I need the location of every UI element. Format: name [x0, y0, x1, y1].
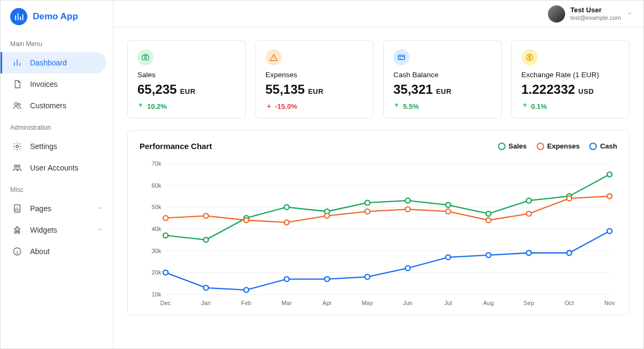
svg-point-56: [445, 209, 450, 214]
stat-card-fx: Exchange Rate (1 EUR)1.222332USD0.1%: [511, 40, 630, 118]
svg-text:Aug: Aug: [483, 300, 494, 306]
performance-chart: 10k20k30k40k50k60k70kDecJanFebMarAprMayJ…: [140, 158, 617, 308]
svg-rect-9: [398, 55, 405, 60]
svg-text:60k: 60k: [152, 182, 162, 189]
arrow-down-icon: [266, 102, 272, 110]
svg-point-71: [567, 250, 572, 255]
svg-point-65: [325, 277, 330, 281]
sidebar-item-dashboard[interactable]: Dashboard: [1, 52, 106, 73]
sidebar-item-widgets[interactable]: Widgets: [1, 219, 113, 241]
users-group-icon: [12, 162, 23, 173]
svg-point-3: [14, 165, 17, 168]
sidebar-section-label: Administration: [1, 116, 113, 136]
stat-unit: EUR: [436, 87, 451, 95]
info-icon: [12, 246, 23, 257]
svg-point-57: [486, 218, 491, 222]
avatar: [548, 5, 565, 23]
sidebar-section-label: Misc: [1, 179, 113, 198]
svg-point-8: [144, 57, 146, 58]
stat-card-cash: Cash Balance35,321EUR5.5%: [383, 40, 502, 118]
svg-point-53: [325, 213, 330, 218]
sidebar-item-pages[interactable]: Pages: [1, 198, 113, 219]
arrow-up-icon: [393, 102, 400, 110]
svg-point-44: [445, 203, 450, 207]
puzzle-icon: [12, 225, 23, 235]
svg-text:Dec: Dec: [160, 300, 171, 306]
svg-point-0: [14, 102, 17, 105]
svg-point-45: [486, 211, 491, 216]
sidebar-item-label: Pages: [30, 204, 52, 213]
user-menu[interactable]: Test User test@example.com: [548, 5, 633, 23]
svg-point-63: [244, 287, 248, 292]
page-icon: [12, 203, 23, 214]
svg-point-66: [365, 274, 370, 279]
svg-point-38: [203, 237, 208, 242]
sidebar-item-label: Customers: [30, 101, 67, 110]
content: Sales65,235EUR10.2%Expenses55,135EUR-15.…: [113, 27, 643, 348]
chevron-down-icon: [626, 9, 633, 19]
legend-swatch-icon: [589, 143, 597, 150]
stat-value: 55,135: [266, 82, 305, 97]
legend-label: Sales: [509, 142, 527, 150]
user-email: test@example.com: [570, 14, 621, 21]
svg-point-1: [18, 103, 20, 106]
svg-text:Mar: Mar: [282, 300, 292, 306]
sidebar-item-label: User Accounts: [30, 164, 78, 172]
sidebar-item-about[interactable]: About: [1, 241, 113, 262]
sidebar-item-accounts[interactable]: User Accounts: [1, 157, 113, 179]
brand[interactable]: Demo App: [1, 8, 113, 33]
stat-label: Sales: [137, 71, 236, 79]
svg-text:10k: 10k: [152, 291, 162, 298]
topbar: Test User test@example.com: [113, 1, 643, 27]
stat-value: 1.222332: [522, 82, 575, 97]
stat-value: 35,321: [393, 82, 433, 97]
sidebar-item-label: Invoices: [30, 80, 57, 88]
svg-text:Feb: Feb: [241, 300, 251, 306]
svg-point-51: [244, 218, 248, 222]
legend-sales[interactable]: Sales: [498, 142, 527, 150]
sidebar: Demo App Main MenuDashboardInvoicesCusto…: [1, 1, 113, 348]
sidebar-item-label: Widgets: [30, 226, 57, 234]
svg-text:Jul: Jul: [444, 300, 452, 306]
series-cash: [163, 229, 612, 293]
stat-card-sales: Sales65,235EUR10.2%: [127, 40, 246, 118]
sidebar-item-settings[interactable]: Settings: [1, 136, 113, 157]
svg-point-37: [163, 233, 168, 238]
stat-trend: 0.1%: [522, 102, 620, 110]
sidebar-item-customers[interactable]: Customers: [1, 95, 113, 116]
svg-point-54: [365, 209, 370, 214]
svg-text:Apr: Apr: [323, 300, 332, 306]
svg-text:20k: 20k: [152, 269, 162, 276]
svg-point-59: [567, 196, 572, 201]
arrow-up-icon: [137, 102, 144, 110]
cash-icon: [137, 49, 153, 65]
svg-point-50: [203, 213, 208, 218]
bars-icon: [12, 57, 23, 68]
brand-name: Demo App: [33, 11, 78, 22]
svg-text:70k: 70k: [152, 160, 162, 167]
legend-cash[interactable]: Cash: [589, 142, 617, 150]
dollar-icon: [522, 49, 538, 65]
stat-label: Cash Balance: [393, 71, 492, 79]
svg-point-48: [607, 172, 612, 177]
alert-icon: [266, 49, 282, 65]
legend-expenses[interactable]: Expenses: [537, 142, 580, 150]
svg-point-60: [607, 194, 612, 199]
stat-trend: 5.5%: [393, 102, 492, 110]
svg-text:50k: 50k: [152, 204, 162, 210]
sidebar-item-invoices[interactable]: Invoices: [1, 73, 113, 95]
legend-label: Cash: [600, 142, 617, 150]
svg-text:Jun: Jun: [403, 300, 413, 306]
svg-text:Jan: Jan: [201, 300, 211, 306]
svg-text:40k: 40k: [152, 226, 162, 232]
sidebar-item-label: Settings: [30, 142, 57, 151]
sidebar-item-label: Dashboard: [30, 58, 67, 67]
svg-text:May: May: [362, 300, 373, 306]
chevron-down-icon: [97, 204, 103, 213]
svg-point-70: [526, 250, 531, 255]
svg-point-42: [365, 201, 370, 205]
svg-point-58: [526, 211, 531, 216]
legend-label: Expenses: [547, 142, 580, 150]
stat-unit: EUR: [308, 87, 324, 95]
stat-unit: USD: [579, 87, 594, 95]
